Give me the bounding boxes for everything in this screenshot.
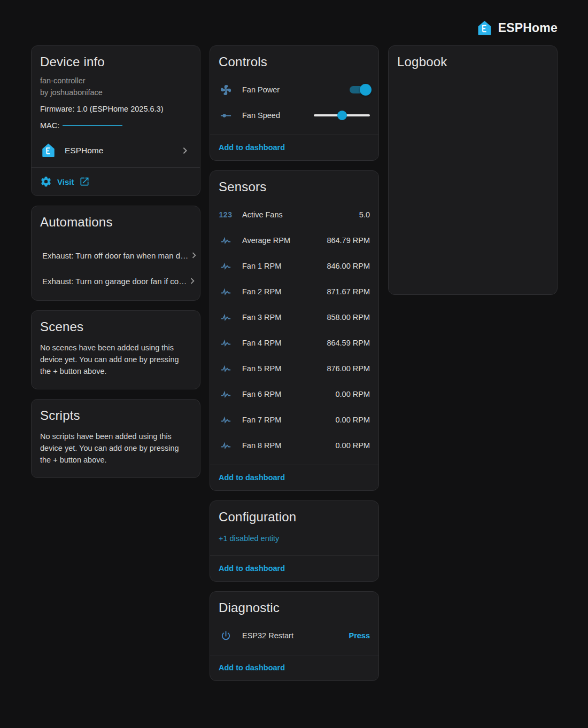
esphome-house-icon	[40, 142, 57, 159]
sensor-row[interactable]: Fan 1 RPM 846.00 RPM	[210, 253, 378, 279]
column-right: Logbook	[388, 45, 558, 681]
pulse-icon	[219, 260, 233, 272]
sensor-value: 876.00 RPM	[327, 364, 370, 373]
chevron-right-icon	[187, 275, 198, 287]
disabled-entities-link[interactable]: +1 disabled entity	[210, 529, 378, 555]
integration-row-esphome[interactable]: ESPHome	[32, 134, 200, 167]
sensor-value: 0.00 RPM	[336, 441, 370, 450]
slider-icon	[219, 109, 233, 122]
device-info-card: Device info fan-controller by joshuaboni…	[31, 45, 200, 196]
fan-icon	[219, 84, 233, 96]
open-in-new-icon	[79, 176, 90, 187]
automations-card: Automations Exhaust: Turn off door fan w…	[31, 206, 200, 301]
sensor-row[interactable]: Fan 2 RPM 871.67 RPM	[210, 279, 378, 304]
controls-card: Controls Fan Power Fan Speed	[210, 45, 379, 161]
mac-redacted-value	[63, 125, 122, 126]
fan-power-toggle[interactable]	[350, 86, 370, 93]
scripts-card: Scripts No scripts have been added using…	[31, 399, 200, 478]
control-row-fan-power[interactable]: Fan Power	[210, 77, 378, 103]
logbook-title: Logbook	[389, 46, 557, 74]
mac-label: MAC:	[40, 120, 59, 131]
sensor-row[interactable]: Fan 5 RPM 876.00 RPM	[210, 356, 378, 381]
configuration-card: Configuration +1 disabled entity Add to …	[210, 500, 379, 582]
diagnostic-card: Diagnostic ESP32 Restart Press Add to da…	[210, 591, 379, 681]
sensors-card: Sensors 123 Active Fans 5.0 Average RPM …	[210, 170, 379, 491]
pulse-icon	[219, 414, 233, 426]
sensor-value: 871.67 RPM	[327, 287, 370, 296]
numeric-icon: 123	[219, 210, 233, 219]
controls-footer: Add to dashboard	[210, 135, 378, 160]
automation-row[interactable]: Exhaust: Turn off door fan when man d…	[32, 242, 200, 268]
sensor-name: Average RPM	[242, 236, 290, 245]
sensor-row[interactable]: Average RPM 864.79 RPM	[210, 228, 378, 253]
brand-name: ESPHome	[498, 21, 558, 35]
configuration-title: Configuration	[210, 501, 378, 529]
device-info-title: Device info	[32, 46, 200, 74]
pulse-icon	[219, 363, 233, 375]
sensor-name: Fan 7 RPM	[242, 416, 281, 424]
sensor-row[interactable]: Fan 3 RPM 858.00 RPM	[210, 304, 378, 330]
sensor-name: Fan 8 RPM	[242, 441, 281, 450]
visit-label: Visit	[57, 177, 74, 186]
esphome-logo-icon	[476, 19, 493, 37]
sensor-value: 864.59 RPM	[327, 339, 370, 347]
add-to-dashboard-link[interactable]: Add to dashboard	[219, 564, 285, 573]
automation-name: Exhaust: Turn off door fan when man d…	[42, 251, 188, 260]
page-columns: Device info fan-controller by joshuaboni…	[31, 45, 558, 681]
sensor-name: Fan 1 RPM	[242, 262, 281, 270]
integration-name: ESPHome	[65, 146, 103, 155]
scripts-empty-text: No scripts have been added using this de…	[32, 427, 200, 477]
control-name: Fan Power	[242, 85, 280, 94]
pulse-icon	[219, 388, 233, 401]
add-to-dashboard-link[interactable]: Add to dashboard	[219, 663, 285, 672]
chevron-right-icon	[188, 249, 200, 261]
sensor-name: Fan 4 RPM	[242, 339, 281, 347]
pulse-icon	[219, 286, 233, 298]
column-middle: Controls Fan Power Fan Speed	[210, 45, 379, 681]
control-name: Fan Speed	[242, 111, 280, 120]
device-name: fan-controller	[40, 75, 191, 87]
configuration-footer: Add to dashboard	[210, 555, 378, 581]
pulse-icon	[219, 337, 233, 349]
sensor-row[interactable]: Fan 6 RPM 0.00 RPM	[210, 381, 378, 407]
sensors-footer: Add to dashboard	[210, 465, 378, 490]
firmware-line: Firmware: 1.0 (ESPHome 2025.6.3)	[40, 103, 191, 115]
sensor-name: Fan 3 RPM	[242, 313, 281, 322]
visit-link[interactable]: Visit	[32, 168, 200, 195]
sensor-name: Fan 2 RPM	[242, 287, 281, 296]
sensor-name: Fan 6 RPM	[242, 390, 281, 398]
gear-icon	[40, 176, 52, 187]
automation-name: Exhaust: Turn on garage door fan if co…	[42, 277, 187, 286]
controls-title: Controls	[210, 46, 378, 74]
sensor-row[interactable]: Fan 8 RPM 0.00 RPM	[210, 433, 378, 458]
add-to-dashboard-link[interactable]: Add to dashboard	[219, 473, 285, 482]
diagnostic-name: ESP32 Restart	[242, 631, 293, 640]
sensor-row[interactable]: 123 Active Fans 5.0	[210, 202, 378, 228]
add-to-dashboard-link[interactable]: Add to dashboard	[219, 143, 285, 152]
fan-speed-slider[interactable]	[314, 114, 370, 116]
sensor-value: 864.79 RPM	[327, 236, 370, 245]
power-icon	[219, 630, 233, 642]
brand-logo: ESPHome	[476, 19, 558, 37]
device-by-line: by joshuaboniface	[40, 87, 191, 98]
mac-line: MAC:	[40, 120, 191, 131]
scenes-title: Scenes	[32, 311, 200, 339]
control-row-fan-speed[interactable]: Fan Speed	[210, 103, 378, 128]
sensor-value: 5.0	[359, 210, 370, 219]
press-button[interactable]: Press	[349, 631, 370, 640]
diagnostic-title: Diagnostic	[210, 592, 378, 620]
sensor-row[interactable]: Fan 4 RPM 864.59 RPM	[210, 330, 378, 356]
sensor-value: 0.00 RPM	[336, 390, 370, 398]
diagnostic-row-esp32-restart[interactable]: ESP32 Restart Press	[210, 623, 378, 648]
sensor-row[interactable]: Fan 7 RPM 0.00 RPM	[210, 407, 378, 433]
slider-thumb[interactable]	[337, 111, 347, 120]
sensor-value: 846.00 RPM	[327, 262, 370, 270]
diagnostic-footer: Add to dashboard	[210, 655, 378, 680]
pulse-icon	[219, 440, 233, 452]
pulse-icon	[219, 234, 233, 247]
scripts-title: Scripts	[32, 400, 200, 427]
chevron-right-icon	[179, 144, 191, 157]
sensor-name: Active Fans	[242, 210, 283, 219]
automations-title: Automations	[32, 206, 200, 234]
automation-row[interactable]: Exhaust: Turn on garage door fan if co…	[32, 268, 200, 294]
